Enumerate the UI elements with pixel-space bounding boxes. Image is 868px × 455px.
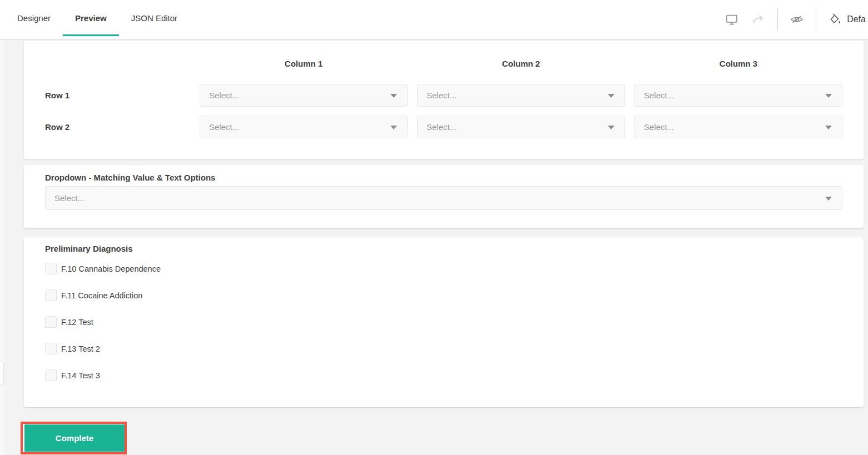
checkbox-list: F.10 Cannabis Dependence F.11 Cocaine Ad…: [45, 263, 842, 381]
matrix-row-label: Row 2: [45, 122, 190, 132]
checkbox-item[interactable]: F.10 Cannabis Dependence: [45, 263, 842, 274]
tab-designer[interactable]: Designer: [5, 0, 63, 36]
toolbar-separator: [777, 8, 778, 31]
tab-json-editor[interactable]: JSON Editor: [119, 0, 190, 36]
dropdown-question-card: Dropdown - Matching Value & Text Options…: [24, 165, 864, 228]
matrix-column-header: Column 2: [417, 59, 625, 69]
tab-preview[interactable]: Preview: [63, 0, 119, 36]
matrix-select-r2c3[interactable]: Select...: [634, 116, 842, 138]
checkbox-box[interactable]: [45, 369, 57, 381]
checkbox-box[interactable]: [45, 289, 57, 301]
checkbox-label: F.10 Cannabis Dependence: [61, 264, 161, 273]
matrix-question-card: Column 1 Column 2 Column 3 Row 1 Select.…: [24, 41, 864, 159]
select-placeholder: Select...: [209, 91, 239, 100]
checkbox-label: F.13 Test 2: [61, 344, 100, 353]
matrix-select-r1c3[interactable]: Select...: [634, 84, 842, 107]
highlight-annotation-box: Complete: [21, 422, 127, 454]
question-title: Dropdown - Matching Value & Text Options: [45, 173, 842, 183]
chevron-down-icon: [390, 94, 397, 98]
checkbox-item[interactable]: F.14 Test 3: [45, 369, 842, 381]
select-placeholder: Select...: [644, 91, 674, 100]
preview-surface: Column 1 Column 2 Column 3 Row 1 Select.…: [0, 40, 868, 455]
hide-invisible-eye-slash-icon[interactable]: [783, 6, 810, 33]
matrix-select-r2c2[interactable]: Select...: [417, 116, 625, 138]
complete-button[interactable]: Complete: [24, 424, 125, 452]
chevron-down-icon: [390, 126, 397, 129]
theme-name-label: Defa: [847, 14, 866, 24]
matrix-row-label: Row 1: [45, 91, 190, 100]
theme-paint-bucket-icon: [827, 12, 842, 27]
select-placeholder: Select...: [54, 193, 85, 203]
checkbox-item[interactable]: F.12 Test: [45, 316, 842, 328]
checkbox-label: F.14 Test 3: [61, 371, 100, 380]
matrix-select-r2c1[interactable]: Select...: [200, 116, 408, 138]
matrix-select-r1c1[interactable]: Select...: [200, 84, 408, 107]
chevron-down-icon: [825, 94, 832, 98]
checkbox-item[interactable]: F.11 Cocaine Addiction: [45, 289, 842, 301]
toolbar-actions: Defa: [718, 0, 868, 39]
left-gutter: [0, 40, 4, 455]
redo-icon[interactable]: [745, 6, 772, 33]
checkbox-question-card: Preliminary Diagnosis F.10 Cannabis Depe…: [24, 237, 864, 407]
chevron-down-icon: [608, 126, 614, 129]
matrix-row: Row 2 Select... Select... Select...: [45, 116, 842, 138]
matrix-column-header: Column 1: [200, 59, 408, 69]
matrix-select-r1c2[interactable]: Select...: [417, 84, 625, 107]
dropdown-select[interactable]: Select...: [45, 186, 842, 210]
question-title: Preliminary Diagnosis: [45, 244, 842, 254]
select-placeholder: Select...: [426, 122, 457, 132]
chevron-down-icon: [825, 197, 832, 201]
toolbar-separator: [816, 8, 816, 31]
checkbox-box[interactable]: [45, 343, 57, 354]
checkbox-box[interactable]: [45, 316, 57, 328]
matrix-column-header: Column 3: [634, 59, 842, 69]
checkbox-box[interactable]: [45, 263, 57, 274]
checkbox-label: F.12 Test: [61, 318, 93, 327]
theme-selector[interactable]: Defa: [822, 6, 868, 33]
checkbox-item[interactable]: F.13 Test 2: [45, 343, 842, 354]
tab-bar: Designer Preview JSON Editor: [5, 0, 190, 39]
chevron-down-icon: [825, 126, 832, 129]
top-toolbar: Designer Preview JSON Editor: [0, 0, 868, 39]
matrix-header-row: Column 1 Column 2 Column 3: [45, 59, 842, 69]
select-placeholder: Select...: [426, 91, 457, 100]
select-placeholder: Select...: [209, 122, 239, 132]
checkbox-label: F.11 Cocaine Addiction: [61, 291, 142, 300]
select-placeholder: Select...: [644, 122, 674, 132]
device-preview-monitor-icon[interactable]: [718, 6, 745, 33]
chevron-down-icon: [608, 94, 614, 98]
left-edge-handle[interactable]: [0, 361, 4, 386]
matrix-row: Row 1 Select... Select... Select...: [45, 84, 842, 107]
